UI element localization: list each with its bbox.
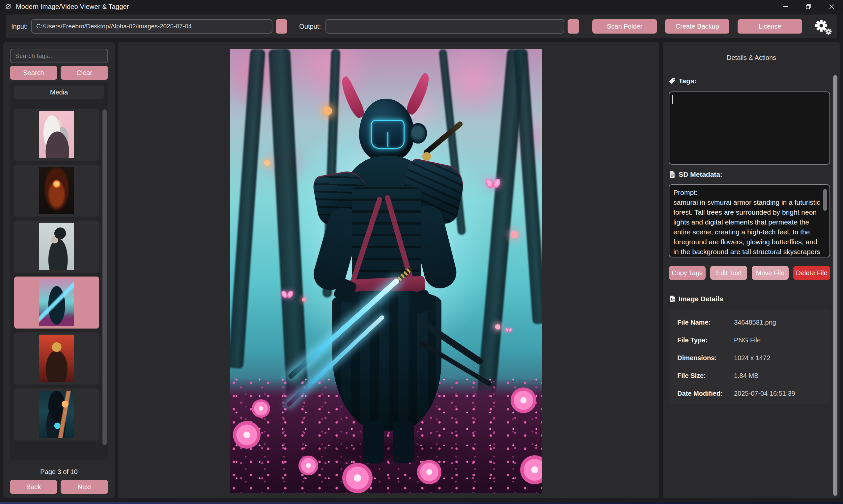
search-button-row: Search Clear: [10, 66, 108, 80]
thumbnail-artwork-3: [39, 223, 74, 270]
detail-row-label: File Type:: [677, 337, 734, 344]
copy-tags-button[interactable]: Copy Tags: [669, 266, 706, 280]
artwork-butterfly: [505, 327, 512, 333]
media-thumbnail-3[interactable]: [14, 220, 99, 273]
media-list-scrollbar[interactable]: [103, 109, 107, 445]
media-panel: Media: [10, 82, 108, 460]
detail-row-value: 34648581.png: [734, 319, 822, 326]
input-browse-button[interactable]: ...: [276, 19, 287, 34]
detail-row-label: Date Modified:: [677, 390, 734, 397]
artwork-shoulder-katana-hilt: [422, 121, 463, 156]
artwork-flower: [233, 421, 261, 449]
output-path-field[interactable]: [326, 19, 564, 34]
app-window: Modern Image/Video Viewer & Tagger Input…: [0, 0, 843, 504]
artwork-glow-orb: [264, 160, 270, 166]
details-panel-title: Details & Actions: [663, 54, 840, 61]
bottom-accent-bar: [0, 502, 843, 504]
output-browse-button[interactable]: ...: [567, 19, 579, 34]
artwork-butterfly: [486, 178, 500, 190]
main-image-preview[interactable]: [230, 49, 542, 493]
create-backup-button[interactable]: Create Backup: [665, 19, 730, 34]
artwork-flower: [252, 399, 270, 418]
thumbnail-artwork-5: [39, 335, 74, 382]
artwork-samurai-figure: [314, 78, 459, 473]
detail-row-label: Dimensions:: [677, 354, 734, 362]
detail-row-value: 2025-07-04 16:51:39: [734, 390, 822, 397]
artwork-glow-orb: [511, 231, 518, 238]
clear-button[interactable]: Clear: [60, 66, 108, 80]
output-label: Output:: [299, 23, 321, 30]
delete-file-button[interactable]: Delete File: [793, 266, 830, 280]
maximize-restore-button[interactable]: [797, 0, 820, 13]
artwork-helmet-horn: [337, 75, 366, 120]
pagination-button-row: Back Next: [10, 480, 108, 494]
search-tags-input[interactable]: [10, 49, 108, 63]
search-button[interactable]: Search: [10, 66, 57, 80]
details-panel: Details & Actions Tags: SD Metadata: Pro…: [663, 42, 840, 498]
edit-text-button[interactable]: Edit Text: [710, 266, 747, 280]
thumbnail-artwork-4: [39, 279, 74, 326]
next-button[interactable]: Next: [60, 480, 108, 494]
thumbnail-artwork-2: [39, 167, 74, 214]
back-button[interactable]: Back: [10, 480, 57, 494]
tags-textarea[interactable]: [669, 91, 830, 165]
detail-row-label: File Size:: [677, 372, 734, 380]
artwork-glow-orb: [302, 298, 306, 302]
thumbnail-artwork-6: [39, 391, 74, 438]
detail-row-value: PNG File: [734, 337, 822, 344]
details-panel-scrollbar[interactable]: [833, 75, 838, 496]
metadata-textbox[interactable]: Prompt: samurai in svmurai armor standin…: [669, 184, 830, 257]
media-thumbnail-2[interactable]: [14, 165, 99, 217]
metadata-prompt-text: Prompt: samurai in svmurai armor standin…: [669, 185, 829, 257]
image-details-table: File Name: 34648581.png File Type: PNG F…: [669, 309, 830, 403]
metadata-label-text: SD Metadata:: [679, 170, 722, 178]
minimize-button[interactable]: [774, 0, 797, 13]
window-title: Modern Image/Video Viewer & Tagger: [16, 3, 129, 11]
thumbnail-artwork-1: [39, 111, 74, 158]
metadata-scrollbar[interactable]: [823, 189, 827, 211]
scan-folder-button[interactable]: Scan Folder: [592, 19, 657, 34]
tag-icon: [669, 77, 676, 85]
artwork-helmet-ear-disc: [409, 123, 427, 144]
detail-row-label: File Name:: [677, 319, 734, 326]
input-label: Input:: [11, 23, 28, 30]
toolbar: Input: ... Output: ... Scan Folder Creat…: [6, 15, 837, 38]
image-info-icon: [669, 295, 676, 303]
artwork-katana-guard: [422, 152, 431, 161]
tags-section-label: Tags:: [669, 77, 697, 85]
left-sidebar: Search Clear Media Page 3 of 10 Back Nex…: [3, 42, 115, 498]
artwork-robe-skirt: [332, 291, 441, 431]
media-thumbnail-4-selected[interactable]: [14, 276, 99, 328]
input-path-field[interactable]: [31, 19, 273, 34]
close-button[interactable]: [820, 0, 843, 13]
page-indicator: Page 3 of 10: [3, 468, 115, 476]
artwork-glow-orb: [495, 324, 500, 329]
artwork-helmet-horn: [404, 72, 434, 116]
license-button[interactable]: License: [738, 19, 802, 34]
artwork-leg: [393, 421, 414, 463]
media-thumbnail-6[interactable]: [14, 389, 99, 440]
artwork-neon-visor: [371, 120, 405, 149]
tags-label-text: Tags:: [679, 77, 697, 85]
main-viewer-panel: [118, 42, 659, 498]
metadata-section-label: SD Metadata:: [669, 170, 722, 178]
app-logo-icon: [5, 3, 12, 10]
detail-row-value: 1024 x 1472: [734, 354, 822, 362]
title-bar: Modern Image/Video Viewer & Tagger: [0, 0, 843, 13]
media-thumbnail-1[interactable]: [14, 109, 99, 161]
move-file-button[interactable]: Move File: [752, 266, 789, 280]
document-icon: [669, 171, 676, 178]
media-thumbnail-list: [14, 109, 99, 440]
artwork-leg: [363, 421, 384, 464]
detail-row-value: 1.84 MB: [734, 372, 822, 380]
image-details-section-label: Image Details: [669, 295, 723, 303]
artwork-flower: [511, 388, 536, 413]
text-cursor: [672, 95, 673, 104]
media-panel-header: Media: [14, 86, 104, 99]
artwork-butterfly: [281, 290, 293, 300]
file-actions-row: Copy Tags Edit Text Move File Delete Fil…: [669, 266, 830, 280]
media-thumbnail-5[interactable]: [14, 332, 99, 384]
settings-gear-icon[interactable]: [813, 18, 832, 35]
image-details-label-text: Image Details: [679, 295, 723, 303]
window-controls: [774, 0, 843, 13]
